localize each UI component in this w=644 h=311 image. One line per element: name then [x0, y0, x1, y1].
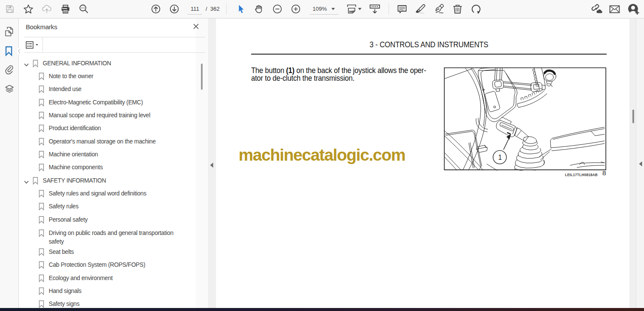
svg-text:1: 1 — [498, 154, 502, 161]
